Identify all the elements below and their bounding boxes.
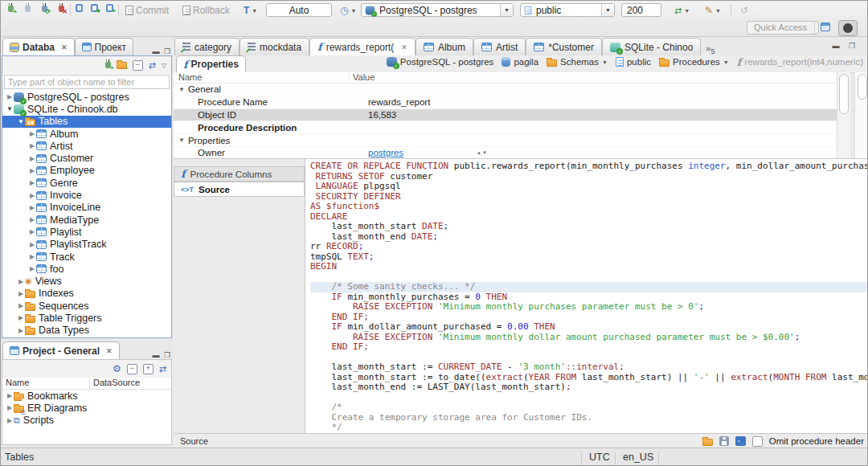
dbeaver-perspective-button[interactable] — [838, 20, 858, 36]
save-icon[interactable] — [719, 436, 729, 446]
tree-item-sequences[interactable]: ▶Sequences — [2, 300, 171, 312]
new-connection-icon[interactable]: + — [8, 6, 14, 12]
expand-arrow-icon[interactable]: ▶ — [28, 253, 36, 260]
expand-arrow-icon[interactable]: ▶ — [28, 265, 36, 272]
subtab-procedure-columns[interactable]: fProcedure Columns — [174, 166, 305, 182]
omit-header-checkbox[interactable] — [752, 436, 763, 447]
new-connection-icon[interactable]: + — [105, 62, 111, 68]
active-connection-combo[interactable]: PostgreSQL - postgres ▼ — [361, 3, 514, 17]
code-line[interactable] — [310, 393, 868, 403]
editor-tab-album[interactable]: Album — [416, 38, 473, 55]
tab-properties[interactable]: f Properties — [176, 55, 246, 72]
code-line[interactable]: BEGIN — [310, 262, 868, 272]
grid-column-value[interactable]: Value — [350, 72, 375, 83]
expand-arrow-icon[interactable]: ▶ — [17, 327, 25, 334]
code-line[interactable]: last_month_end DATE; — [310, 232, 868, 243]
tree-item-album[interactable]: ▶Album — [2, 128, 171, 140]
expand-arrow-icon[interactable]: ▶ — [17, 302, 25, 309]
column-name[interactable]: Name — [2, 378, 90, 389]
tab-project-general[interactable]: Project - General ✕ — [2, 341, 120, 359]
maximize-view-icon[interactable]: ❐ — [162, 47, 173, 55]
close-icon[interactable]: ✕ — [106, 347, 113, 355]
collapse-arrow-icon[interactable]: ▼ — [6, 105, 14, 112]
collapse-all-icon[interactable]: − — [133, 60, 143, 71]
link-with-editor-icon[interactable]: ⇄ — [149, 60, 156, 71]
project-item-scripts[interactable]: ▶⧉Scripts — [2, 415, 171, 427]
expand-arrow-icon[interactable]: ▶ — [28, 204, 36, 211]
editor-tab-sqlite-chinoo[interactable]: SQLite - Chinoo — [602, 38, 701, 55]
console-icon[interactable]: >_ — [735, 436, 746, 446]
tree-item-postgresql-postgres[interactable]: ▶PostgreSQL - postgres — [2, 91, 171, 103]
expand-arrow-icon[interactable]: ▶ — [17, 278, 25, 285]
property-row-object-id[interactable]: Object ID16,583 — [174, 109, 837, 122]
tree-item-table-triggers[interactable]: ▶Table Triggers — [2, 312, 171, 324]
property-row-properties[interactable]: ▼Properties — [174, 134, 837, 147]
source-editor[interactable]: CREATE OR REPLACE FUNCTION public.reward… — [305, 158, 868, 434]
expand-arrow-icon[interactable]: ▶ — [28, 155, 36, 162]
chevron-down-icon[interactable]: ▼ — [602, 59, 608, 65]
close-icon[interactable]: ✕ — [401, 43, 407, 51]
collapse-arrow-icon[interactable]: ▼ — [178, 137, 185, 144]
code-line[interactable]: Create a temporary storage area for Cust… — [310, 413, 868, 423]
code-line[interactable]: tmpSQL TEXT; — [310, 252, 868, 263]
tree-item-indexes[interactable]: ▶Indexes — [2, 288, 171, 300]
property-row-procedure-name[interactable]: Procedure Namerewards_report — [174, 96, 837, 109]
transaction-history-button[interactable]: ◷ ▼ — [338, 3, 358, 18]
maximize-editor-icon[interactable]: ❐ — [846, 42, 858, 50]
tree-item-playlist[interactable]: ▶Playlist — [2, 226, 171, 238]
tree-item-genre[interactable]: ▶Genre — [2, 177, 171, 189]
code-line[interactable]: rr RECORD; — [310, 242, 868, 252]
tree-item-customer[interactable]: ▶Customer — [2, 152, 171, 164]
expand-arrow-icon[interactable]: ▶ — [28, 142, 36, 149]
sql-editor-icon[interactable] — [76, 4, 83, 12]
code-line[interactable]: */ — [310, 423, 868, 433]
breadcrumb-item-schemas[interactable]: Schemas▼ — [542, 57, 612, 67]
new-folder-icon[interactable]: + — [117, 62, 127, 69]
editor-tab-artist[interactable]: Artist — [473, 38, 526, 55]
breadcrumb-item-pagila[interactable]: pagila — [497, 57, 542, 67]
maximize-view-icon[interactable]: ❐ — [162, 351, 173, 359]
expand-arrow-icon[interactable]: ▶ — [6, 93, 14, 100]
minimize-editor-icon[interactable]: ▬ — [830, 42, 841, 50]
grid-column-name[interactable]: Name — [174, 72, 350, 83]
project-item-er-diagrams[interactable]: ▶◻ER Diagrams — [2, 402, 171, 414]
column-datasource[interactable]: DataSource — [90, 378, 140, 389]
tree-item-playlisttrack[interactable]: ▶PlaylistTrack — [2, 239, 171, 251]
reconnect-icon[interactable]: ⟳ — [42, 6, 47, 12]
active-schema-combo[interactable]: public ▼ — [520, 3, 615, 17]
tab-overflow-indicator[interactable]: »5 — [706, 43, 714, 55]
status-timezone[interactable]: UTC — [589, 452, 610, 463]
new-sql-editor-icon[interactable]: ➜ — [91, 4, 98, 12]
status-locale[interactable]: en_US — [623, 452, 653, 463]
sash-handle[interactable]: ▲▼ — [477, 150, 488, 155]
connect-icon[interactable] — [25, 6, 31, 12]
expand-arrow-icon[interactable]: ▶ — [28, 241, 36, 248]
property-value[interactable]: postgres — [368, 148, 837, 157]
code-line[interactable]: AS $function$ — [310, 202, 868, 212]
minimize-view-icon[interactable]: ▬ — [150, 351, 162, 359]
view-menu-icon[interactable]: ▽ — [162, 62, 166, 69]
transaction-log-button[interactable]: T ▼ — [242, 3, 259, 18]
code-line[interactable]: END IF; — [310, 342, 868, 353]
transaction-mode-combo[interactable]: Auto — [266, 3, 332, 17]
tree-item-artist[interactable]: ▶Artist — [2, 140, 171, 152]
collapse-arrow-icon[interactable]: ▼ — [17, 118, 25, 125]
code-line[interactable]: SECURITY DEFINER — [310, 192, 868, 202]
tree-item-views[interactable]: ▶◉Views — [2, 275, 171, 287]
tree-item-invoice[interactable]: ▶Invoice — [2, 189, 171, 201]
expand-arrow-icon[interactable]: ▶ — [6, 417, 14, 424]
quick-access-input[interactable]: Quick Access — [747, 21, 819, 35]
expand-arrow-icon[interactable]: ▶ — [28, 179, 36, 186]
editor-tab--customer[interactable]: *Customer — [526, 38, 602, 55]
editor-tab-rewards-report-[interactable]: frewards_report(✕ — [309, 38, 416, 55]
property-row-procedure-description[interactable]: Procedure Description — [174, 121, 837, 134]
rollback-button[interactable]: Rollback — [181, 3, 231, 18]
tree-item-mediatype[interactable]: ▶MediaType — [2, 214, 171, 226]
scrollbar-thumb[interactable] — [858, 74, 867, 100]
tree-item-employee[interactable]: ▶Employee — [2, 165, 171, 177]
expand-arrow-icon[interactable]: ▶ — [17, 314, 25, 321]
tree-item-invoiceline[interactable]: ▶InvoiceLine — [2, 202, 171, 214]
code-line[interactable]: RAISE EXCEPTION 'Minimum monthly purchas… — [310, 302, 868, 313]
tree-item-sqlite-chinook-db[interactable]: ▼SQLite - Chinook.db — [2, 103, 171, 115]
open-file-icon[interactable] — [702, 439, 713, 446]
